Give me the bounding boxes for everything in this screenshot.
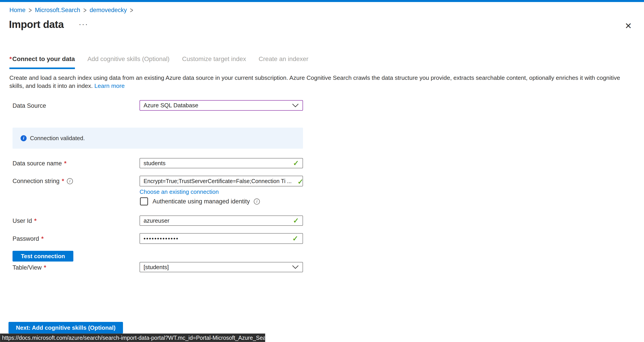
data-source-name-value: students bbox=[144, 160, 166, 167]
test-connection-button[interactable]: Test connection bbox=[12, 251, 73, 262]
table-view-label: Table/View * bbox=[12, 264, 47, 271]
managed-identity-label: Authenticate using managed identity bbox=[152, 198, 250, 205]
label-text: Password bbox=[12, 236, 39, 242]
chevron-down-icon bbox=[292, 265, 299, 269]
banner-text: Connection validated. bbox=[30, 135, 85, 142]
connection-validated-banner: i Connection validated. bbox=[12, 128, 303, 149]
page-title: Import data bbox=[9, 18, 64, 30]
valid-check-icon: ✓ bbox=[292, 234, 299, 243]
breadcrumb-demovedecky[interactable]: demovedecky bbox=[90, 7, 127, 14]
required-asterisk: * bbox=[10, 56, 12, 62]
breadcrumb: Home > Microsoft.Search > demovedecky > bbox=[10, 7, 133, 14]
required-asterisk: * bbox=[41, 236, 44, 242]
label-text: User Id bbox=[12, 218, 32, 224]
tab-label: Connect to your data bbox=[12, 56, 75, 62]
azure-top-bar bbox=[0, 0, 644, 2]
required-asterisk: * bbox=[64, 160, 67, 167]
breadcrumb-microsoft-search[interactable]: Microsoft.Search bbox=[35, 7, 80, 14]
managed-identity-row: Authenticate using managed identity i bbox=[140, 198, 260, 206]
learn-more-link[interactable]: Learn more bbox=[94, 82, 125, 89]
password-label: Password * bbox=[12, 236, 44, 242]
data-source-value: Azure SQL Database bbox=[144, 102, 198, 109]
info-tooltip-icon[interactable]: i bbox=[254, 198, 260, 204]
label-text: Data Source bbox=[12, 102, 46, 109]
connection-string-value: Encrypt=True;TrustServerCertificate=Fals… bbox=[144, 178, 292, 184]
valid-check-icon: ✓ bbox=[293, 159, 299, 168]
label-text: Table/View bbox=[12, 264, 42, 271]
connection-string-label: Connection string * i bbox=[12, 178, 73, 185]
info-filled-icon: i bbox=[20, 135, 26, 141]
valid-check-icon: ✓ bbox=[298, 178, 303, 186]
next-add-cognitive-skills-button[interactable]: Next: Add cognitive skills (Optional) bbox=[8, 322, 123, 334]
info-tooltip-icon[interactable]: i bbox=[67, 178, 73, 184]
breadcrumb-separator-icon: > bbox=[84, 6, 86, 14]
valid-check-icon: ✓ bbox=[293, 216, 299, 225]
import-data-blade: Home > Microsoft.Search > demovedecky > … bbox=[0, 0, 644, 342]
link-url-status-bar: https://docs.microsoft.com/azure/search/… bbox=[0, 334, 265, 342]
table-view-value: [students] bbox=[144, 264, 169, 271]
table-view-dropdown[interactable]: [students] bbox=[140, 262, 303, 272]
tab-create-an-indexer[interactable]: Create an indexer bbox=[259, 56, 308, 69]
label-text: Connection string bbox=[12, 178, 60, 185]
required-asterisk: * bbox=[34, 218, 37, 224]
managed-identity-checkbox[interactable] bbox=[140, 198, 148, 206]
status-url-text: https://docs.microsoft.com/azure/search/… bbox=[2, 334, 265, 341]
user-id-value: azureuser bbox=[144, 217, 170, 224]
blade-description: Create and load a search index using dat… bbox=[10, 74, 636, 90]
required-asterisk: * bbox=[62, 178, 64, 185]
choose-existing-connection-link[interactable]: Choose an existing connection bbox=[140, 188, 219, 195]
tab-add-cognitive-skills[interactable]: Add cognitive skills (Optional) bbox=[88, 56, 170, 69]
close-icon[interactable]: ✕ bbox=[623, 20, 634, 31]
user-id-input[interactable]: azureuser ✓ bbox=[140, 216, 303, 226]
breadcrumb-separator-icon: > bbox=[28, 6, 32, 14]
chevron-down-icon bbox=[292, 103, 299, 108]
password-masked-value: ••••••••••••• bbox=[144, 235, 179, 242]
data-source-dropdown[interactable]: Azure SQL Database bbox=[140, 100, 303, 111]
label-text: Data source name bbox=[12, 160, 62, 167]
tab-customize-target-index[interactable]: Customize target index bbox=[182, 56, 246, 69]
breadcrumb-home[interactable]: Home bbox=[10, 7, 26, 14]
user-id-label: User Id * bbox=[12, 218, 37, 224]
password-input[interactable]: ••••••••••••• ✓ bbox=[140, 233, 303, 244]
required-asterisk: * bbox=[44, 264, 46, 271]
tab-connect-to-your-data[interactable]: *Connect to your data bbox=[10, 56, 75, 69]
data-source-name-input[interactable]: students ✓ bbox=[140, 158, 303, 168]
data-source-name-label: Data source name * bbox=[12, 160, 67, 167]
data-source-label: Data Source bbox=[12, 102, 46, 109]
wizard-tabs: *Connect to your data Add cognitive skil… bbox=[10, 56, 308, 69]
more-menu-icon[interactable]: ··· bbox=[79, 20, 88, 28]
connection-string-input[interactable]: Encrypt=True;TrustServerCertificate=Fals… bbox=[140, 176, 303, 186]
breadcrumb-separator-icon: > bbox=[130, 6, 133, 14]
